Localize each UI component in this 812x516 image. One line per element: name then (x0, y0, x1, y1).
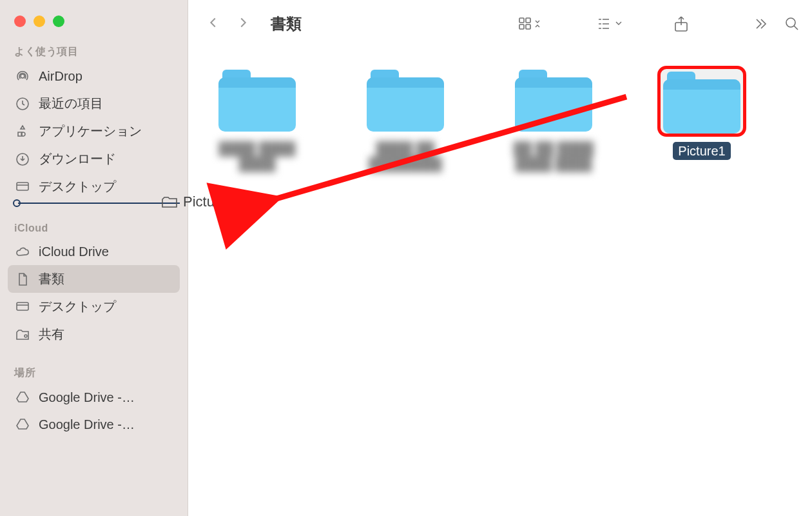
sidebar-item-shared[interactable]: 共有 (8, 321, 180, 348)
more-button[interactable] (753, 16, 768, 32)
annotation-highlight-box (657, 66, 746, 137)
sidebar-section-favorites: よく使う項目 (14, 45, 180, 59)
folder-item[interactable]: ██ ██ ████ ████ ████ (492, 66, 615, 172)
sidebar-item-gdrive-2[interactable]: Google Drive -… (8, 411, 180, 438)
desktop-icon (14, 179, 31, 195)
sidebar-item-label: アプリケーション (39, 123, 142, 140)
sidebar-section-icloud: iCloud (14, 223, 180, 234)
gdrive-icon (14, 389, 31, 406)
file-grid[interactable]: ████ ████ ████ ████ ██ ████████ ██ ██ ██… (188, 48, 812, 516)
clock-icon (14, 95, 31, 112)
drag-ghost-label: Picture1 (183, 194, 235, 210)
svg-point-5 (24, 335, 27, 337)
folder-label: ████ ████ ████ (199, 141, 315, 172)
window-controls (8, 12, 180, 27)
sidebar-item-gdrive-1[interactable]: Google Drive -… (8, 384, 180, 411)
folder-icon (663, 72, 740, 134)
sidebar-item-label: iCloud Drive (39, 244, 109, 259)
share-button[interactable] (673, 15, 690, 33)
sidebar-item-icloud-drive[interactable]: iCloud Drive (8, 238, 180, 265)
svg-point-0 (21, 74, 24, 78)
folder-outline-icon (161, 195, 178, 209)
sidebar-item-label: デスクトップ (39, 298, 116, 315)
svg-rect-7 (526, 18, 530, 23)
sidebar-item-label: 共有 (39, 326, 64, 343)
svg-rect-3 (17, 183, 28, 190)
finder-sidebar: よく使う項目 AirDrop 最近の項目 アプリケーション ダウンロード デスク… (0, 0, 188, 516)
sidebar-item-label: AirDrop (39, 69, 82, 84)
apps-icon (14, 123, 31, 140)
view-icons-button[interactable] (518, 16, 540, 32)
fullscreen-window-button[interactable] (53, 15, 64, 27)
sidebar-drop-indicator (13, 202, 180, 204)
desktop-icon (14, 299, 31, 315)
toolbar: 書類 (188, 0, 812, 48)
group-button[interactable] (597, 16, 623, 32)
sidebar-item-recents[interactable]: 最近の項目 (8, 90, 180, 117)
sidebar-item-label: 最近の項目 (39, 95, 103, 112)
sidebar-item-applications[interactable]: アプリケーション (8, 117, 180, 145)
download-icon (14, 151, 31, 168)
sidebar-item-airdrop[interactable]: AirDrop (8, 63, 180, 90)
folder-icon (218, 70, 296, 132)
finder-main: 書類 ████ ████ ████ ████ ██ ████████ (188, 0, 812, 516)
gdrive-icon (14, 416, 31, 433)
svg-point-11 (786, 18, 795, 27)
minimize-window-button[interactable] (34, 15, 45, 27)
sidebar-item-desktop[interactable]: デスクトップ (8, 173, 180, 201)
svg-rect-6 (519, 18, 524, 23)
sidebar-item-label: Google Drive -… (39, 417, 135, 432)
folder-item-picture1[interactable]: Picture1 (641, 66, 763, 160)
svg-rect-8 (519, 25, 524, 29)
folder-item[interactable]: ████ ████ ████ (196, 66, 318, 172)
back-button[interactable] (206, 15, 220, 32)
shared-folder-icon (14, 326, 31, 343)
folder-label: Picture1 (673, 142, 730, 160)
svg-rect-4 (17, 303, 28, 310)
sidebar-item-label: デスクトップ (39, 178, 116, 195)
sidebar-item-documents[interactable]: 書類 (8, 265, 180, 293)
folder-icon (515, 70, 592, 132)
search-button[interactable] (784, 15, 800, 32)
sidebar-item-label: ダウンロード (39, 150, 116, 168)
sidebar-item-label: 書類 (39, 270, 64, 288)
window-title: 書類 (271, 14, 302, 34)
folder-item[interactable]: ████ ██ ████████ (344, 66, 467, 172)
folder-label: ████ ██ ████████ (347, 141, 463, 172)
close-window-button[interactable] (14, 15, 26, 27)
cloud-icon (14, 243, 31, 260)
sidebar-item-label: Google Drive -… (39, 390, 135, 405)
airdrop-icon (14, 68, 31, 84)
svg-rect-9 (526, 25, 530, 29)
sidebar-section-locations: 場所 (14, 366, 180, 380)
folder-icon (367, 70, 444, 132)
forward-button[interactable] (236, 15, 250, 32)
sidebar-item-downloads[interactable]: ダウンロード (8, 145, 180, 173)
folder-label: ██ ██ ████ ████ ████ (496, 141, 612, 172)
doc-icon (14, 271, 31, 288)
drag-ghost: Picture1 (161, 194, 235, 210)
sidebar-item-desktop-icloud[interactable]: デスクトップ (8, 293, 180, 321)
